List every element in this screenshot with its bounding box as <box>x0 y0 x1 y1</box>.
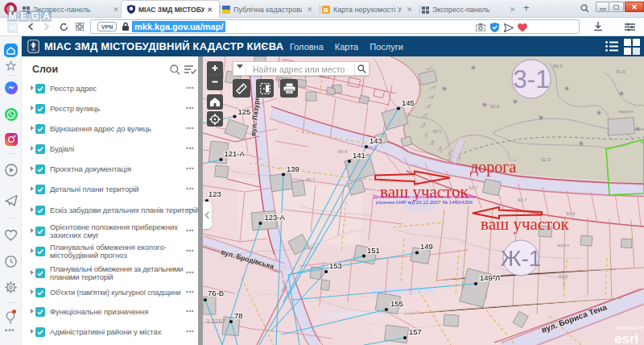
svg-text:85.7: 85.7 <box>306 177 316 182</box>
svg-text:141: 141 <box>353 151 365 160</box>
svg-text:ваш участок: ваш участок <box>481 214 569 234</box>
svg-text:145: 145 <box>402 98 415 107</box>
svg-text:123: 123 <box>208 189 221 198</box>
svg-text:esri: esri <box>614 331 638 345</box>
svg-text:92.7: 92.7 <box>518 197 527 202</box>
svg-text:1:2257: 1:2257 <box>206 318 226 325</box>
svg-text:округ.я: округ.я <box>618 109 634 114</box>
svg-text:123-А: 123-А <box>265 213 286 222</box>
svg-text:зрито: зрито <box>557 243 570 247</box>
svg-text:84.6: 84.6 <box>338 149 348 154</box>
svg-text:92.7: 92.7 <box>469 185 478 190</box>
svg-text:B: B <box>324 6 328 14</box>
svg-text:Детальний план території селищ: Детальний план території селища Чапаєвка <box>374 193 476 199</box>
svg-text:151: 151 <box>367 246 380 255</box>
svg-text:155: 155 <box>390 299 403 308</box>
svg-text:153: 153 <box>329 261 342 270</box>
svg-text:149: 149 <box>420 242 433 251</box>
svg-text:91.9: 91.9 <box>616 69 625 74</box>
svg-text:93.8: 93.8 <box>559 274 568 279</box>
svg-text:92.6: 92.6 <box>490 104 500 109</box>
svg-text:дорога: дорога <box>470 158 516 177</box>
svg-text:76-В: 76-В <box>208 289 224 297</box>
svg-text:45.5: 45.5 <box>432 129 442 134</box>
svg-text:86.5: 86.5 <box>553 64 563 69</box>
svg-text:78: 78 <box>234 311 243 320</box>
svg-text:Ж-1: Ж-1 <box>501 246 542 271</box>
svg-text:рішення КМР від 20.12.2007 № 1: рішення КМР від 20.12.2007 № 1463/4296 <box>376 199 473 205</box>
svg-text:92.9: 92.9 <box>541 157 551 162</box>
svg-text:125: 125 <box>238 107 251 116</box>
svg-text:3-1: 3-1 <box>514 65 550 94</box>
svg-text:121-А: 121-А <box>225 149 246 158</box>
svg-text:POWERED BY: POWERED BY <box>616 326 644 330</box>
svg-text:149-Л: 149-Л <box>480 273 500 282</box>
svg-text:139: 139 <box>287 164 299 173</box>
svg-text:143: 143 <box>369 136 382 145</box>
svg-text:157: 157 <box>409 327 422 336</box>
